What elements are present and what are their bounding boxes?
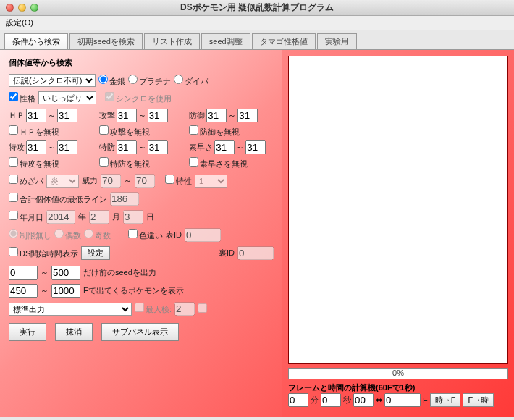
- power-lo: [101, 174, 121, 188]
- spd-hi[interactable]: [148, 140, 168, 154]
- max-show-input: [174, 302, 195, 316]
- atk-hi[interactable]: [148, 109, 168, 122]
- sync-checkbox: シンクロを使用: [105, 92, 172, 104]
- timecalc-title: フレームと時間の計算機(60Fで1秒): [288, 382, 508, 393]
- power-label: 威力: [82, 175, 98, 186]
- sid-label: 裏ID: [219, 248, 235, 259]
- def-ignore[interactable]: 防御を無視: [189, 125, 240, 138]
- frame-to-time-button[interactable]: F→時: [463, 393, 494, 407]
- shiny-checkbox[interactable]: 色違い: [128, 229, 163, 241]
- seed-suffix: だけ前のseedを出力: [83, 267, 156, 278]
- atk-label: 攻撃: [99, 110, 115, 121]
- frame-input[interactable]: [384, 393, 421, 407]
- def-lo[interactable]: [206, 109, 227, 122]
- radio-pt[interactable]: プラチナ: [128, 75, 171, 87]
- frame-suffix: Fで出てくるポケモンを表示: [83, 285, 184, 296]
- date-checkbox[interactable]: 年月日: [9, 211, 43, 223]
- hidden-power-checkbox[interactable]: めざパ: [9, 175, 43, 187]
- tab-search-conditions[interactable]: 条件から検索: [4, 33, 68, 49]
- tab-egg[interactable]: タマゴ性格値: [252, 33, 316, 49]
- nature-select[interactable]: いじっぱり: [38, 91, 96, 104]
- window-title: DSポケモン用 疑似乱数計算プログラム: [0, 1, 514, 14]
- seed-hi[interactable]: [51, 266, 80, 280]
- spa-lo[interactable]: [26, 140, 46, 154]
- day-input: [123, 210, 143, 224]
- tid-label: 表ID: [166, 230, 182, 240]
- sec-input[interactable]: [321, 393, 341, 407]
- titlebar: DSポケモン用 疑似乱数計算プログラム: [0, 0, 514, 16]
- encounter-type-select[interactable]: 伝説(シンクロ不可): [9, 74, 96, 87]
- menubar: 設定(O): [0, 16, 514, 30]
- radio-gs[interactable]: 金銀: [98, 75, 125, 87]
- hidden-power-type: 炎: [46, 175, 79, 188]
- left-panel: 個体値等から検索 伝説(シンクロ不可) 金銀 プラチナ ダイパ 性格 いじっぱり…: [0, 50, 282, 417]
- sid-input: [237, 246, 274, 260]
- seed-lo[interactable]: [9, 266, 38, 280]
- spe-ignore[interactable]: 素早さを無視: [189, 157, 248, 169]
- spd-label: 特防: [99, 142, 115, 153]
- hp-lo[interactable]: [26, 109, 46, 122]
- tab-search-seed[interactable]: 初期seedを検索: [69, 33, 143, 49]
- atk-lo[interactable]: [117, 109, 137, 122]
- progress-bar: 0%: [288, 368, 508, 379]
- radio-dp[interactable]: ダイパ: [174, 75, 208, 87]
- spa-label: 特攻: [9, 142, 25, 153]
- ability-select: 1: [195, 175, 227, 188]
- dstime-settings-button[interactable]: 設定: [81, 246, 110, 260]
- tab-bar: 条件から検索 初期seedを検索 リスト作成 seed調整 タマゴ性格値 実験用: [0, 30, 514, 49]
- total-iv-input: [110, 192, 139, 206]
- dstime-checkbox[interactable]: DS開始時間表示: [9, 247, 78, 259]
- month-input: [89, 210, 109, 224]
- ability-checkbox[interactable]: 特性: [165, 175, 192, 187]
- hp-ignore[interactable]: ＨＰを無視: [9, 125, 59, 138]
- spe-lo[interactable]: [214, 140, 235, 154]
- spe-label: 素早さ: [189, 142, 213, 153]
- stat-grid: ＨＰ～ 攻撃～ 防御～ ＨＰを無視 攻撃を無視 防御を無視 特攻～ 特防～ 素早…: [9, 109, 274, 169]
- min-input[interactable]: [288, 393, 308, 407]
- right-panel: 0% フレームと時間の計算機(60Fで1秒) 分 秒 ⇔ F 時→F F→時: [282, 50, 514, 417]
- run-button[interactable]: 実行: [9, 323, 46, 341]
- frame-lo[interactable]: [9, 284, 38, 298]
- spd-lo[interactable]: [117, 140, 137, 154]
- output-select[interactable]: 標準出力: [9, 303, 132, 316]
- def-hi[interactable]: [237, 109, 258, 122]
- spa-hi[interactable]: [57, 140, 77, 154]
- parity-even: 偶数: [54, 229, 81, 241]
- spd-ignore[interactable]: 特防を無視: [99, 157, 150, 169]
- parity-odd: 奇数: [84, 229, 111, 241]
- csec-input[interactable]: [353, 393, 374, 407]
- clear-button[interactable]: 抹消: [55, 323, 93, 341]
- power-hi: [135, 174, 155, 188]
- nature-checkbox[interactable]: 性格: [9, 92, 35, 104]
- total-iv-checkbox[interactable]: 合計個体値の最低ライン: [9, 193, 107, 205]
- subpanel-button[interactable]: サブパネル表示: [101, 323, 179, 341]
- tab-list[interactable]: リスト作成: [144, 33, 200, 49]
- hp-hi[interactable]: [57, 109, 77, 122]
- max-show-checkbox: 最大検:: [135, 303, 172, 315]
- time-to-frame-button[interactable]: 時→F: [430, 393, 461, 407]
- tab-seed-adjust[interactable]: seed調整: [201, 33, 250, 49]
- tid-input: [185, 228, 221, 242]
- atk-ignore[interactable]: 攻撃を無視: [99, 125, 150, 138]
- parity-none: 制限無し: [9, 229, 51, 241]
- output-area[interactable]: [288, 56, 508, 364]
- extra-checkbox: [198, 303, 208, 314]
- menu-settings[interactable]: 設定(O): [6, 18, 33, 27]
- content: 個体値等から検索 伝説(シンクロ不可) 金銀 プラチナ ダイパ 性格 いじっぱり…: [0, 49, 514, 417]
- year-input: [46, 210, 75, 224]
- panel-header: 個体値等から検索: [9, 57, 274, 68]
- tab-experiment[interactable]: 実験用: [317, 33, 357, 49]
- time-calculator: フレームと時間の計算機(60Fで1秒) 分 秒 ⇔ F 時→F F→時: [288, 382, 508, 411]
- hp-label: ＨＰ: [9, 110, 25, 121]
- frame-hi[interactable]: [51, 284, 80, 298]
- spe-hi[interactable]: [245, 140, 266, 154]
- spa-ignore[interactable]: 特攻を無視: [9, 157, 59, 169]
- arrow-icon: ⇔: [376, 395, 382, 405]
- def-label: 防御: [189, 110, 205, 121]
